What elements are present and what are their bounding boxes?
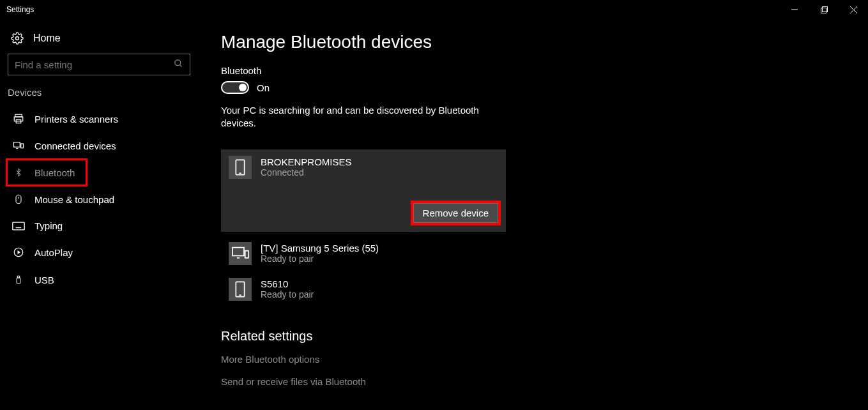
window-title: Settings — [6, 5, 34, 14]
svg-rect-11 — [14, 142, 20, 148]
svg-point-5 — [16, 37, 19, 40]
phone-icon — [229, 156, 252, 179]
remove-device-button[interactable]: Remove device — [413, 203, 498, 223]
home-label: Home — [33, 33, 61, 44]
device-status: Ready to pair — [261, 254, 379, 264]
sidebar-item-label: Printers & scanners — [34, 114, 118, 125]
svg-rect-1 — [821, 8, 826, 13]
toggle-knob — [239, 84, 247, 91]
device-status: Ready to pair — [261, 289, 314, 300]
sidebar-item-label: USB — [34, 275, 54, 285]
device-name: BROKENPROMISES — [261, 156, 352, 167]
sidebar-item-connected-devices[interactable]: Connected devices — [6, 132, 192, 159]
tv-icon — [229, 242, 252, 265]
svg-rect-28 — [232, 247, 244, 255]
related-settings-heading: Related settings — [221, 329, 855, 344]
device-status: Connected — [261, 167, 352, 178]
sidebar-item-mouse-touchpad[interactable]: Mouse & touchpad — [6, 186, 192, 213]
device-item-selected[interactable]: BROKENPROMISES Connected Remove device — [221, 149, 506, 232]
device-name: [TV] Samsung 5 Series (55) — [261, 243, 379, 254]
svg-rect-9 — [14, 117, 23, 121]
discovery-status-text: Your PC is searching for and can be disc… — [221, 104, 483, 130]
svg-rect-25 — [17, 278, 20, 284]
sidebar: Home Devices Printers & scanners Connect… — [0, 19, 198, 410]
home-button[interactable]: Home — [6, 28, 192, 54]
sidebar-item-label: Typing — [34, 220, 63, 231]
bluetooth-toggle-label: Bluetooth — [221, 65, 855, 76]
link-more-bluetooth-options[interactable]: More Bluetooth options — [221, 354, 855, 365]
sidebar-item-label: Bluetooth — [34, 167, 75, 178]
svg-rect-16 — [13, 222, 24, 230]
sidebar-item-label: Mouse & touchpad — [34, 194, 114, 205]
sidebar-item-label: Connected devices — [34, 140, 116, 151]
sidebar-item-label: AutoPlay — [34, 247, 73, 258]
bluetooth-icon — [11, 167, 26, 178]
device-name: S5610 — [261, 278, 314, 289]
titlebar: Settings — [0, 0, 868, 19]
page-title: Manage Bluetooth devices — [221, 32, 855, 52]
gear-icon — [10, 32, 24, 45]
search-input[interactable] — [15, 59, 174, 70]
autoplay-icon — [11, 247, 26, 258]
device-list: BROKENPROMISES Connected Remove device [… — [221, 149, 506, 307]
device-item[interactable]: [TV] Samsung 5 Series (55) Ready to pair — [221, 236, 506, 271]
bluetooth-toggle[interactable] — [221, 81, 249, 94]
phone-icon — [229, 278, 252, 301]
svg-line-7 — [179, 65, 181, 66]
svg-rect-31 — [236, 282, 244, 296]
close-button[interactable] — [839, 0, 868, 19]
keyboard-icon — [11, 222, 26, 231]
window-controls — [780, 0, 868, 19]
sidebar-item-autoplay[interactable]: AutoPlay — [6, 239, 192, 266]
svg-rect-2 — [822, 6, 827, 11]
sidebar-item-typing[interactable]: Typing — [6, 213, 192, 239]
sidebar-item-printers-scanners[interactable]: Printers & scanners — [6, 105, 192, 132]
minimize-button[interactable] — [780, 0, 809, 19]
search-box[interactable] — [8, 54, 190, 75]
sidebar-item-bluetooth[interactable]: Bluetooth — [6, 159, 87, 186]
sidebar-section-label: Devices — [6, 87, 192, 105]
svg-rect-12 — [21, 144, 24, 148]
main-content: Manage Bluetooth devices Bluetooth On Yo… — [198, 19, 868, 410]
sidebar-item-usb[interactable]: USB — [6, 266, 192, 294]
printer-icon — [11, 113, 26, 125]
link-send-receive-files[interactable]: Send or receive files via Bluetooth — [221, 376, 855, 387]
mouse-icon — [11, 194, 26, 205]
svg-rect-14 — [16, 195, 21, 203]
svg-rect-26 — [236, 160, 244, 174]
device-item[interactable]: S5610 Ready to pair — [221, 271, 506, 307]
search-icon — [174, 59, 183, 70]
usb-icon — [11, 273, 26, 286]
svg-rect-29 — [245, 250, 248, 257]
bluetooth-toggle-state: On — [257, 82, 270, 93]
svg-point-6 — [175, 60, 181, 66]
svg-marker-23 — [18, 250, 21, 254]
devices-icon — [11, 140, 26, 151]
maximize-button[interactable] — [809, 0, 839, 19]
